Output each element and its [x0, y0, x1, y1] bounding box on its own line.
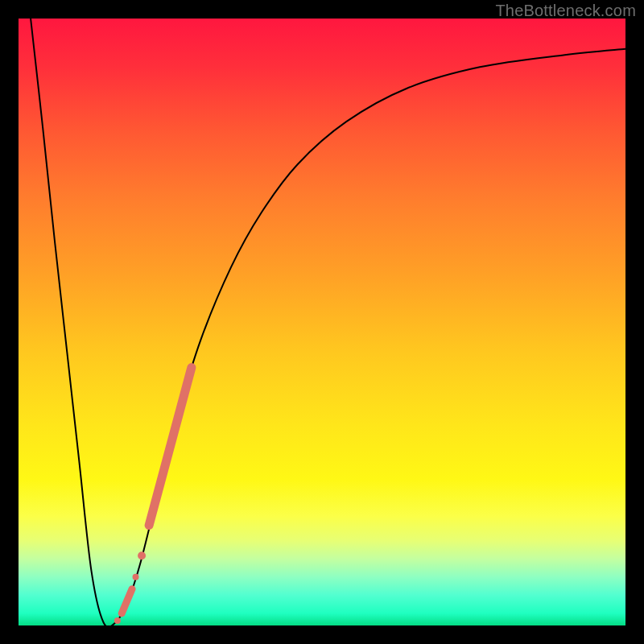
chart-svg [19, 19, 625, 625]
highlight-segment-upper [149, 368, 192, 526]
curve-layer [31, 19, 625, 627]
highlight-dot-b [133, 574, 139, 580]
chart-stage: TheBottleneck.com [0, 0, 644, 644]
marker-layer [114, 368, 192, 624]
plot-area [19, 19, 625, 625]
watermark-label: TheBottleneck.com [495, 2, 636, 20]
highlight-dot-c [114, 617, 121, 624]
highlight-segment-lower [122, 589, 132, 613]
bottleneck-curve [31, 19, 625, 627]
highlight-dot-a [138, 551, 146, 559]
